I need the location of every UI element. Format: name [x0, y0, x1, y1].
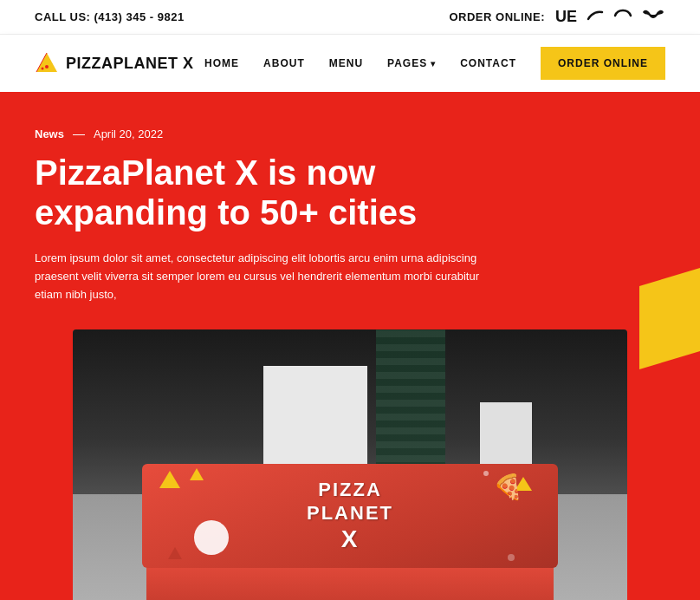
grubhub-icon[interactable]: [613, 7, 632, 27]
hero-image: ▲ ▲ ▲ 🍕: [73, 329, 627, 600]
nav-about[interactable]: ABOUT: [263, 57, 305, 69]
decoration-triangle-4: [168, 547, 182, 559]
news-meta: News — April 20, 2022: [35, 127, 665, 140]
nav-links: HOME ABOUT MENU PAGES ▾ CONTACT ORDER ON…: [204, 47, 665, 80]
nav-contact[interactable]: CONTACT: [460, 57, 516, 69]
yellow-paint-stroke: [639, 265, 700, 369]
pizza-boxes: ▲ ▲ ▲ 🍕: [142, 478, 558, 600]
news-dash: —: [73, 127, 85, 140]
decoration-triangle-1: [159, 471, 180, 488]
box-top: 🍕 PIZZA PLANET X: [142, 464, 558, 568]
pizza-slice-decoration: 🍕: [493, 473, 523, 501]
logo-link[interactable]: PIZZAPLANET X: [35, 51, 194, 75]
box-stack: ▲ ▲ ▲ 🍕: [142, 478, 558, 600]
decoration-triangle-2: [190, 468, 204, 480]
logo-text: PIZZAPLANET X: [66, 55, 194, 73]
hero-section: News — April 20, 2022 PizzaPlanet X is n…: [0, 92, 700, 600]
circle-decoration: [194, 520, 229, 555]
hero-description: Lorem ipsum dolor sit amet, consectetur …: [35, 250, 485, 303]
top-bar-right: ORDER ONLINE: UE: [449, 7, 665, 27]
chevron-down-icon: ▾: [431, 59, 436, 68]
hero-title: PizzaPlanet X is now expanding to 50+ ci…: [35, 153, 537, 232]
logo-pizza-icon: [35, 51, 59, 75]
nav-home[interactable]: HOME: [204, 57, 239, 69]
nav-menu[interactable]: MENU: [329, 57, 363, 69]
doordash-icon[interactable]: [586, 7, 605, 27]
order-online-label: ORDER ONLINE:: [449, 10, 545, 23]
box-brand-text: PIZZA PLANET X: [307, 479, 393, 553]
svg-point-3: [42, 68, 44, 70]
dot-decoration: [483, 471, 489, 476]
delivery-icons-group: UE: [555, 7, 665, 27]
nav-pages[interactable]: PAGES ▾: [387, 57, 436, 69]
phone-number: CALL US: (413) 345 - 9821: [35, 10, 185, 23]
svg-point-2: [45, 65, 49, 68]
svg-marker-0: [36, 53, 57, 72]
navbar: PIZZAPLANET X HOME ABOUT MENU PAGES ▾ CO…: [0, 35, 700, 92]
news-tag: News: [35, 127, 64, 140]
ubereats-icon[interactable]: UE: [555, 8, 577, 26]
news-date: April 20, 2022: [94, 127, 163, 140]
order-online-button[interactable]: ORDER ONLINE: [541, 47, 665, 80]
dot-decoration-2: [508, 554, 515, 561]
top-bar: CALL US: (413) 345 - 9821 ORDER ONLINE: …: [0, 0, 700, 35]
mustache-icon[interactable]: [641, 8, 665, 26]
